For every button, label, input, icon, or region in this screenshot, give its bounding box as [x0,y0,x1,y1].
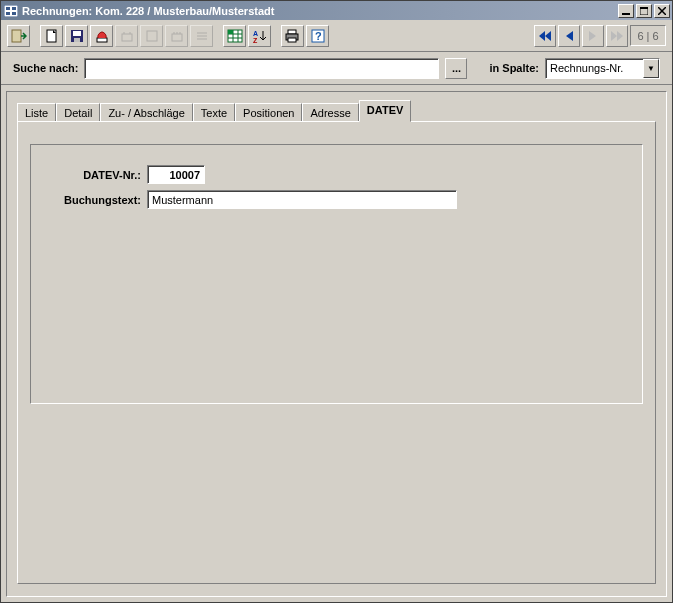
window-title: Rechnungen: Kom. 228 / Musterbau/Musters… [22,5,616,17]
datev-nr-field[interactable] [147,165,205,184]
save-button[interactable] [65,25,88,47]
client-area: Liste Detail Zu- / Abschläge Texte Posit… [6,91,667,597]
window-buttons [616,4,670,18]
search-label: Suche nach: [13,62,78,74]
excel-button[interactable] [223,25,246,47]
app-icon [3,3,19,19]
svg-rect-2 [12,7,16,10]
buchungstext-field[interactable] [147,190,457,209]
tab-zuabschlaege[interactable]: Zu- / Abschläge [100,103,192,123]
datev-frame: DATEV-Nr.: Buchungstext: [30,144,643,404]
svg-rect-4 [12,12,16,15]
tab-adresse[interactable]: Adresse [302,103,358,123]
svg-rect-10 [12,30,21,42]
svg-text:A: A [253,30,258,37]
nav-last-button[interactable] [606,25,628,47]
svg-rect-7 [640,7,648,9]
app-window: Rechnungen: Kom. 228 / Musterbau/Musters… [0,0,673,603]
buchungstext-label: Buchungstext: [45,194,147,206]
tab-detail[interactable]: Detail [56,103,100,123]
svg-rect-14 [74,38,80,42]
svg-text:?: ? [315,30,322,42]
minimize-button[interactable] [618,4,634,18]
svg-rect-15 [97,38,107,42]
tab-positionen[interactable]: Positionen [235,103,302,123]
close-button[interactable] [654,4,670,18]
svg-rect-37 [288,38,296,42]
svg-rect-32 [228,30,233,34]
tool-button-a[interactable] [115,25,138,47]
print-button[interactable] [281,25,304,47]
toolbar: AZ ? 6 | 6 [1,20,672,52]
nav-next-button[interactable] [582,25,604,47]
titlebar: Rechnungen: Kom. 228 / Musterbau/Musters… [1,1,672,20]
svg-rect-16 [122,34,132,41]
tool-button-b[interactable] [140,25,163,47]
tab-liste[interactable]: Liste [17,103,56,123]
tab-bar: Liste Detail Zu- / Abschläge Texte Posit… [17,100,656,122]
tab-datev[interactable]: DATEV [359,100,411,122]
tab-panel: DATEV-Nr.: Buchungstext: [17,121,656,584]
tool-button-c[interactable] [165,25,188,47]
tab-texte[interactable]: Texte [193,103,235,123]
exit-button[interactable] [7,25,30,47]
svg-rect-19 [147,31,157,41]
in-spalte-label: in Spalte: [489,62,539,74]
svg-rect-20 [172,34,182,41]
nav-prev-button[interactable] [558,25,580,47]
column-select-value: Rechnungs-Nr. [550,62,623,74]
svg-rect-5 [622,13,630,15]
nav-first-button[interactable] [534,25,556,47]
maximize-button[interactable] [636,4,652,18]
sort-button[interactable]: AZ [248,25,271,47]
record-navigator: 6 | 6 [534,25,666,47]
delete-button[interactable] [90,25,113,47]
tool-button-d[interactable] [190,25,213,47]
search-bar: Suche nach: ... in Spalte: Rechnungs-Nr.… [1,52,672,85]
new-button[interactable] [40,25,63,47]
column-select[interactable]: Rechnungs-Nr. ▼ [545,58,660,79]
record-counter: 6 | 6 [630,25,666,46]
svg-text:Z: Z [253,37,258,43]
svg-rect-35 [288,30,296,34]
chevron-down-icon[interactable]: ▼ [643,59,659,78]
search-browse-button[interactable]: ... [445,58,467,79]
svg-rect-13 [73,31,81,36]
svg-rect-0 [4,5,18,17]
search-input[interactable] [84,58,439,79]
datev-nr-label: DATEV-Nr.: [45,169,147,181]
help-button[interactable]: ? [306,25,329,47]
svg-rect-3 [6,12,10,15]
svg-rect-1 [6,7,10,10]
